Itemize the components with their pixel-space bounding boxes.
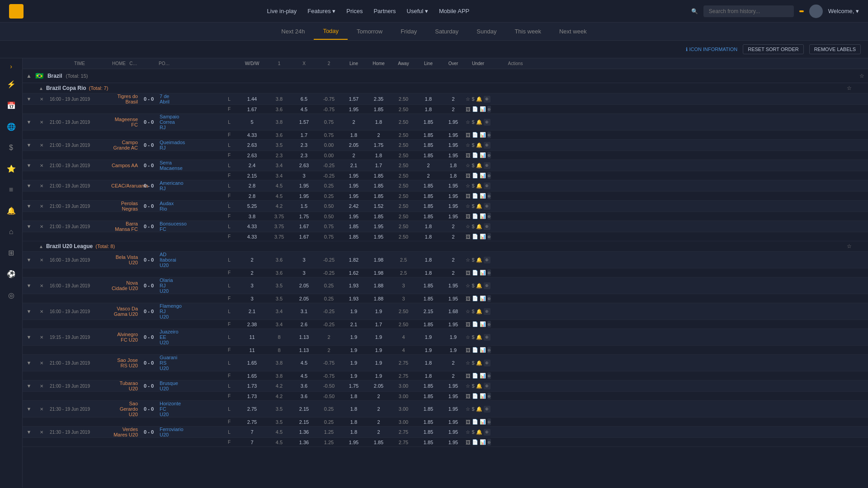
zoom-action[interactable]: ⊕	[484, 308, 491, 315]
home-team[interactable]: Alvinegro FC U20	[111, 332, 141, 343]
star-action[interactable]: ☆	[466, 429, 470, 435]
expand-icon[interactable]: ▼	[23, 283, 35, 288]
bell-action[interactable]: 🔔	[476, 283, 482, 289]
chart-action[interactable]: 📊	[480, 213, 486, 219]
away-team[interactable]: Americano RJ	[157, 180, 173, 191]
star-action[interactable]: ☆	[466, 257, 470, 263]
dollar-action[interactable]: $	[472, 183, 474, 188]
zoom-action[interactable]: ⊕	[484, 119, 491, 126]
dollar-action[interactable]: $	[472, 334, 474, 340]
chart-action[interactable]: 📊	[480, 419, 486, 425]
away-team[interactable]: Horizonte FC U20	[157, 401, 173, 417]
sidebar-icon-circle[interactable]: ◎	[5, 288, 17, 302]
sidebar-icon-grid[interactable]: ⊞	[5, 246, 17, 260]
away-team[interactable]: Flamengo RJ U20	[157, 303, 173, 319]
doc-action[interactable]: 📄	[472, 419, 478, 425]
dollar-action[interactable]: $	[472, 406, 474, 412]
nav-prices[interactable]: Prices	[346, 8, 363, 14]
dollar-action[interactable]: $	[472, 257, 474, 263]
bell-action[interactable]: 🔔	[476, 309, 482, 314]
sidebar-icon-ball[interactable]: ⚽	[4, 267, 19, 281]
img-action[interactable]: 🖼	[466, 373, 471, 379]
zoom-action[interactable]: ⊕	[484, 282, 491, 289]
away-team[interactable]: Sampaio Correa RJ	[157, 114, 173, 130]
expand-icon[interactable]: ▼	[23, 224, 35, 229]
zoom-action-f[interactable]: ⊕	[487, 152, 491, 159]
tab-tomorrow[interactable]: Tomorrow	[348, 23, 392, 39]
zoom-action[interactable]: ⊕	[484, 96, 491, 103]
zoom-action[interactable]: ⊕	[484, 383, 491, 389]
sidebar-icon-home[interactable]: ⌂	[6, 225, 16, 239]
bell-action[interactable]: 🔔	[476, 406, 482, 412]
away-team[interactable]: Brusque U20	[157, 380, 173, 391]
doc-action[interactable]: 📄	[472, 234, 478, 239]
img-action[interactable]: 🖼	[466, 214, 471, 219]
away-team[interactable]: Olaria RJ U20	[157, 277, 173, 294]
expand-icon[interactable]: ▼	[23, 406, 35, 412]
doc-action[interactable]: 📄	[472, 373, 478, 379]
dollar-action[interactable]: $	[472, 119, 474, 125]
dollar-action[interactable]: $	[472, 96, 474, 102]
zoom-action-f[interactable]: ⊕	[487, 321, 491, 328]
doc-action[interactable]: 📄	[472, 173, 478, 178]
doc-action[interactable]: 📄	[472, 321, 478, 327]
collapse-subleague-btn[interactable]: ▲	[39, 86, 43, 91]
expand-icon[interactable]: ▼	[23, 360, 35, 366]
img-action[interactable]: 🖼	[466, 440, 471, 445]
chart-action[interactable]: 📊	[480, 152, 486, 158]
bell-action[interactable]: 🔔	[476, 142, 482, 148]
chart-action[interactable]: 📊	[480, 347, 486, 353]
expand-icon[interactable]: ▼	[23, 257, 35, 263]
star-action[interactable]: ☆	[466, 163, 470, 169]
img-action[interactable]: 🖼	[466, 322, 471, 327]
expand-icon[interactable]: ▼	[23, 383, 35, 389]
zoom-action[interactable]: ⊕	[484, 406, 491, 413]
home-team[interactable]: Vasco Da Gama U20	[111, 306, 141, 317]
zoom-action-f[interactable]: ⊕	[487, 347, 491, 353]
zoom-action[interactable]: ⊕	[484, 162, 491, 169]
away-team[interactable]: Queimados RJ	[157, 140, 173, 150]
dollar-action[interactable]: $	[472, 360, 474, 366]
sidebar-icon-dollar[interactable]: $	[6, 141, 16, 155]
bell-action[interactable]: 🔔	[476, 203, 482, 209]
tab-thisweek[interactable]: This week	[505, 23, 550, 39]
star-action[interactable]: ☆	[466, 224, 470, 230]
img-action[interactable]: 🖼	[466, 234, 471, 239]
chart-action[interactable]: 📊	[480, 132, 486, 138]
doc-action[interactable]: 📄	[472, 270, 478, 276]
expand-icon[interactable]: ▼	[23, 309, 35, 314]
bell-action[interactable]: 🔔	[476, 257, 482, 263]
away-team[interactable]: Audax Rio	[157, 201, 173, 211]
img-action[interactable]: 🖼	[466, 193, 471, 199]
away-team[interactable]: Juazeiro EE U20	[157, 329, 173, 345]
chart-action[interactable]: 📊	[480, 321, 486, 327]
home-team[interactable]: Nova Cidade U20	[111, 280, 141, 291]
home-team[interactable]: Perolas Negras	[111, 201, 141, 211]
img-action[interactable]: 🖼	[466, 296, 471, 301]
star-league[interactable]: ☆	[859, 73, 864, 79]
zoom-action[interactable]: ⊕	[484, 183, 491, 189]
zoom-action-f[interactable]: ⊕	[487, 131, 491, 138]
reset-sort-btn[interactable]: RESET SORT ORDER	[743, 44, 803, 54]
expand-icon[interactable]: ▼	[23, 203, 35, 209]
home-team[interactable]: CEAC/Araruama	[111, 183, 141, 188]
img-action[interactable]: 🖼	[466, 394, 471, 399]
zoom-action-f[interactable]: ⊕	[487, 439, 491, 446]
subleague-star-u20[interactable]: ☆	[847, 243, 852, 249]
collapse-league-btn[interactable]: ▲	[26, 73, 32, 79]
zoom-action[interactable]: ⊕	[484, 223, 491, 230]
home-team[interactable]: Verdes Mares U20	[111, 427, 141, 437]
home-team[interactable]: Tubarao U20	[111, 380, 141, 391]
home-team[interactable]: Tigres do Brasil	[111, 94, 141, 104]
chart-action[interactable]: 📊	[480, 373, 486, 379]
expand-icon[interactable]: ▼	[23, 96, 35, 102]
home-team[interactable]: Barra Mansa FC	[111, 221, 141, 232]
zoom-action[interactable]: ⊕	[484, 334, 491, 341]
bell-action[interactable]: 🔔	[476, 96, 482, 102]
bell-action[interactable]: 🔔	[476, 334, 482, 340]
dollar-action[interactable]: $	[472, 163, 474, 168]
remove-labels-btn[interactable]: REMOVE LABELS	[809, 44, 861, 54]
away-team[interactable]: Ferroviario U20	[157, 427, 173, 437]
zoom-action-f[interactable]: ⊕	[487, 192, 491, 199]
sidebar-icon-list[interactable]: ≡	[6, 183, 16, 197]
